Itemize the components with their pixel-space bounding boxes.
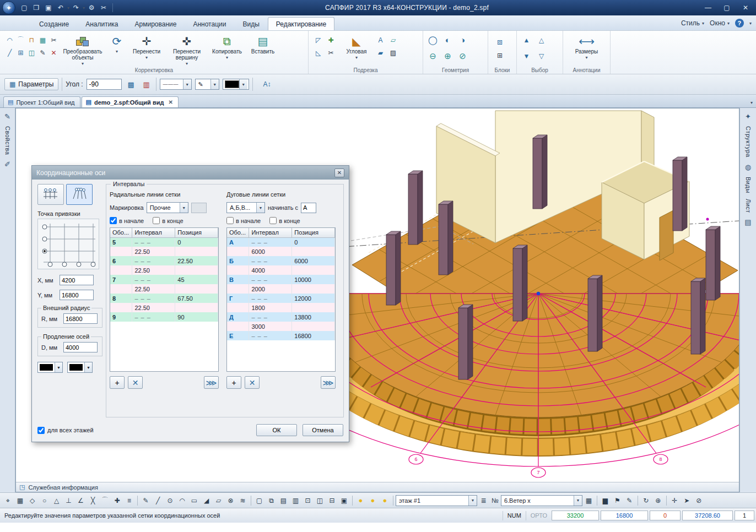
anchor-point-selector[interactable] (37, 219, 99, 269)
table-row[interactable]: 7– – –45 (110, 275, 218, 284)
snap-center-icon[interactable]: ⌖ (2, 495, 14, 506)
select-down-all-icon[interactable]: ▽ (536, 51, 547, 61)
snap-triangle-icon[interactable]: △ (51, 495, 62, 506)
table-row[interactable]: 2000 (227, 284, 335, 294)
arc-axes-table[interactable]: Обо... Интервал Позиция А– – –0 6000 Б– … (226, 227, 336, 372)
select-up-icon[interactable]: ▲ (521, 35, 532, 45)
tab-annotacii[interactable]: Аннотации (185, 17, 234, 30)
ok-button[interactable]: ОК (256, 424, 297, 436)
delete-tool-icon[interactable]: ✕ (48, 47, 59, 58)
snap-grid-icon[interactable]: ▩ (125, 78, 137, 90)
table-row[interactable]: А– – –0 (227, 237, 335, 247)
geometry-cut-icon[interactable]: ⊖ (428, 51, 438, 61)
orbit-view-icon[interactable]: ➤ (681, 495, 693, 506)
table-row[interactable]: 22.50 (110, 284, 218, 294)
save-icon[interactable]: ▣ (43, 2, 54, 13)
table-row[interactable]: Б– – –6000 (227, 256, 335, 265)
open-file-icon[interactable]: ❒ (31, 2, 42, 13)
help-dropdown-icon[interactable]: ▾ (749, 21, 752, 26)
doc-tab-demo2[interactable]: ▤ demo_2.spf:Общий вид ✕ (82, 96, 179, 107)
panel-tab-properties[interactable]: Свойства (4, 126, 11, 155)
table-row[interactable]: 9– – –90 (110, 312, 218, 322)
draw-spline-icon[interactable]: ≋ (237, 495, 249, 506)
load-grid-icon[interactable]: ▦ (583, 495, 595, 506)
draw-line-icon[interactable]: ╱ (152, 495, 164, 506)
minimize-button[interactable]: — (699, 2, 717, 14)
snap-plus-icon[interactable]: ✚ (111, 495, 123, 506)
radial-grid-toggle[interactable] (66, 184, 93, 205)
app-logo-icon[interactable]: ✦ (2, 1, 15, 14)
cut-tool-icon[interactable]: ✂ (48, 35, 59, 45)
view-copy-icon[interactable]: ⧉ (266, 495, 277, 506)
trim-cut-icon[interactable]: ✂ (326, 47, 336, 58)
snap-perpendicular-icon[interactable]: ⊥ (63, 495, 74, 506)
light-2-icon[interactable]: ● (367, 495, 379, 506)
tab-sozdanie[interactable]: Создание (31, 17, 77, 30)
delete-arc-axis-button[interactable]: ✕ (245, 376, 260, 389)
move-button[interactable]: ✛ Перенести ▾ (130, 32, 163, 62)
table-row[interactable]: 6– – –22.50 (110, 256, 218, 265)
draw-circle-icon[interactable]: ⊙ (164, 495, 176, 506)
close-button[interactable]: ✕ (736, 2, 755, 14)
structure-icon[interactable]: ✦ (745, 112, 751, 121)
array-tool-icon[interactable]: ▦ (37, 35, 48, 45)
dialog-close-icon[interactable]: ✕ (334, 169, 344, 177)
pan-view-icon[interactable]: ✛ (669, 495, 681, 506)
view-list-icon[interactable]: ▤ (278, 495, 289, 506)
add-radial-axis-button[interactable]: + (110, 376, 125, 389)
parameters-button[interactable]: ▦ Параметры (4, 78, 58, 90)
properties-pencil-icon[interactable]: ✎ (4, 112, 10, 121)
radial-axes-table[interactable]: Обо... Интервал Позиция 5– – –0 22.50 6–… (110, 227, 219, 372)
style-menu[interactable]: Стиль▾ (681, 19, 704, 27)
r-input[interactable] (63, 313, 98, 324)
annotate-icon[interactable]: ✎ (624, 495, 635, 506)
table-row[interactable]: В– – –10000 (227, 275, 335, 284)
arc-begin-checkbox[interactable] (226, 217, 234, 224)
redo-dropdown-icon[interactable]: ▾ (83, 6, 85, 10)
sheet-icon[interactable]: ▤ (744, 218, 751, 226)
tab-armirovanie[interactable]: Армирование (127, 17, 185, 30)
arc-begin-check[interactable]: в начале (226, 217, 261, 224)
new-document-icon[interactable]: ▢ (19, 2, 30, 13)
trim-plane3-icon[interactable]: ▨ (388, 47, 398, 58)
doc-tab-project1[interactable]: ▤ Проект 1:Общий вид (3, 96, 80, 107)
geometry-intersect-icon[interactable]: ◑ (457, 35, 468, 45)
d-input[interactable] (63, 342, 98, 352)
all-floors-checkbox[interactable] (37, 427, 45, 434)
select-up-all-icon[interactable]: △ (536, 35, 547, 45)
light-3-icon[interactable]: ● (379, 495, 391, 506)
draw-parallelogram-icon[interactable]: ▱ (213, 495, 224, 506)
fillet-tool-icon[interactable]: ⌒ (15, 35, 26, 45)
geometry-merge-icon[interactable]: ⊕ (442, 51, 453, 61)
snap-arc-icon[interactable]: ⌒ (99, 495, 111, 506)
table-row[interactable]: 22.50 (110, 247, 218, 256)
dimensions-button[interactable]: ⟷ Размеры ▾ (568, 32, 606, 62)
zoom-extents-icon[interactable]: ⊕ (652, 495, 664, 506)
table-row[interactable]: 1800 (227, 303, 335, 312)
paste-button[interactable]: ▤ Вставить (246, 32, 279, 56)
radial-begin-check[interactable]: в начале (110, 217, 144, 224)
table-row[interactable]: 6000 (227, 247, 335, 256)
table-row[interactable]: Е– – –16800 (227, 331, 335, 340)
mirror-tool-icon[interactable]: ◫ (26, 47, 37, 58)
radial-apply-all-button[interactable]: ⋙ (204, 376, 219, 389)
undo-icon[interactable]: ↶ (55, 2, 66, 13)
layers-icon[interactable]: ≣ (478, 495, 489, 506)
close-tab-icon[interactable]: ✕ (168, 99, 172, 105)
grid-tool-icon[interactable]: ⊞ (15, 47, 26, 58)
trim-plane2-icon[interactable]: ▰ (375, 47, 386, 58)
line-style-combo[interactable]: — — — ▼ (160, 79, 192, 90)
load-select-combo[interactable]: 6.Ветер x ▼ (501, 495, 582, 506)
num-indicator[interactable]: NUM (503, 511, 526, 520)
copy-button[interactable]: ⧉ Копировать ▾ (210, 32, 244, 62)
text-orientation-icon[interactable]: A↕ (256, 78, 278, 90)
edit-block-icon[interactable]: ⊞ (493, 50, 507, 62)
tab-vidy[interactable]: Виды (234, 17, 267, 30)
arc-end-checkbox[interactable] (269, 217, 277, 224)
trim-corner-icon[interactable]: ◸ (313, 35, 323, 45)
view-grid-icon[interactable]: ▥ (290, 495, 301, 506)
draw-point-icon[interactable]: ⊗ (225, 495, 236, 506)
snap-circle-icon[interactable]: ○ (39, 495, 50, 506)
tools-icon[interactable]: ✂ (98, 2, 109, 13)
fit-text-icon[interactable]: A (375, 35, 386, 45)
